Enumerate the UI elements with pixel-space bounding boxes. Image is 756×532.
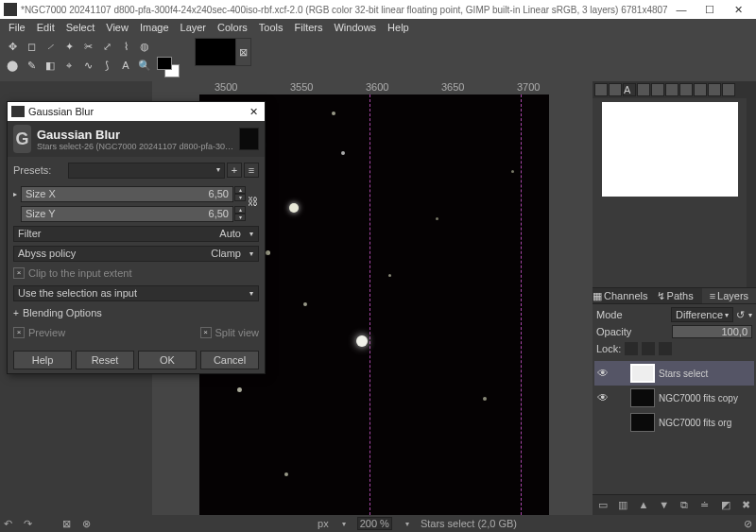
nav-thumbnail[interactable] bbox=[602, 102, 738, 197]
pattern-icon[interactable] bbox=[665, 83, 679, 96]
bucket-tool-icon[interactable]: ◍ bbox=[136, 38, 153, 55]
layer-row[interactable]: 👁 NGC7000 fits copy bbox=[594, 386, 754, 410]
lower-layer-icon[interactable]: ▼ bbox=[658, 499, 671, 512]
clone-tool-icon[interactable]: ⌖ bbox=[60, 57, 77, 74]
free-select-tool-icon[interactable]: ⟋ bbox=[42, 38, 59, 55]
menu-tools[interactable]: Tools bbox=[254, 21, 288, 34]
menu-help[interactable]: Help bbox=[383, 21, 414, 34]
status-undo-icon[interactable]: ↶ bbox=[4, 518, 12, 530]
abyss-select[interactable]: Abyss policyClamp▾ bbox=[13, 246, 259, 262]
menu-file[interactable]: File bbox=[4, 21, 30, 34]
status-redo-icon[interactable]: ↷ bbox=[24, 518, 32, 530]
duplicate-layer-icon[interactable]: ⧉ bbox=[678, 499, 691, 512]
sizex-field[interactable]: Size X6,50 bbox=[21, 186, 233, 202]
layer-name[interactable]: Stars select bbox=[659, 369, 708, 379]
tab-paths[interactable]: ↯Paths bbox=[647, 288, 701, 303]
levels-icon[interactable] bbox=[637, 83, 650, 96]
dialog-titlebar[interactable]: Gaussian Blur ✕ bbox=[8, 102, 265, 121]
pointer-icon[interactable] bbox=[708, 83, 721, 96]
zoom-field[interactable]: 200 % bbox=[357, 517, 392, 530]
mode-select[interactable]: Difference▾ bbox=[671, 307, 733, 322]
reset-button[interactable]: Reset bbox=[76, 351, 134, 369]
cancel-button[interactable]: Cancel bbox=[200, 351, 259, 369]
preview-checkbox[interactable]: × bbox=[13, 327, 25, 338]
brush-tool-icon[interactable]: ✎ bbox=[23, 57, 40, 74]
menu-colors[interactable]: Colors bbox=[213, 21, 252, 34]
mode-switch-icon[interactable]: ↺ bbox=[733, 309, 747, 321]
merge-layer-icon[interactable]: ≐ bbox=[698, 499, 712, 512]
new-group-icon[interactable]: ▥ bbox=[616, 499, 629, 512]
menu-select[interactable]: Select bbox=[61, 21, 100, 34]
menu-layer[interactable]: Layer bbox=[176, 21, 212, 34]
menu-edit[interactable]: Edit bbox=[32, 21, 60, 34]
maximize-button[interactable]: ☐ bbox=[696, 4, 724, 16]
image-tab-close-icon[interactable]: ⊠ bbox=[236, 38, 251, 66]
lock-pixels-icon[interactable] bbox=[625, 342, 638, 355]
new-layer-icon[interactable]: ▭ bbox=[596, 499, 610, 512]
status-delete-icon[interactable]: ⊗ bbox=[82, 518, 91, 530]
vertical-guide[interactable] bbox=[521, 94, 522, 515]
tab-channels[interactable]: ▦Channels bbox=[593, 288, 647, 303]
ruler-horizontal[interactable]: 3500 3550 3600 3650 3700 bbox=[167, 81, 593, 94]
rect-select-tool-icon[interactable]: ◻ bbox=[23, 38, 40, 55]
menu-icon[interactable] bbox=[722, 83, 735, 96]
nav-icon[interactable] bbox=[609, 83, 622, 96]
help-button[interactable]: Help bbox=[13, 351, 72, 369]
brush-icon[interactable] bbox=[694, 83, 707, 96]
smudge-tool-icon[interactable]: ∿ bbox=[79, 57, 96, 74]
color-swatches[interactable] bbox=[157, 57, 183, 81]
sizey-field[interactable]: Size Y6,50 bbox=[21, 206, 233, 222]
unit-select[interactable]: px bbox=[318, 518, 329, 529]
ok-button[interactable]: OK bbox=[138, 351, 197, 369]
filter-select[interactable]: FilterAuto▾ bbox=[13, 226, 259, 242]
crop-tool-icon[interactable]: ✂ bbox=[79, 38, 96, 55]
menu-windows[interactable]: Windows bbox=[329, 21, 381, 34]
opacity-slider[interactable]: 100,0 bbox=[672, 325, 753, 338]
fuzzy-select-tool-icon[interactable]: ✦ bbox=[60, 38, 77, 55]
minimize-button[interactable]: — bbox=[667, 4, 696, 15]
font-icon[interactable]: A bbox=[623, 83, 636, 96]
mask-layer-icon[interactable]: ◩ bbox=[719, 499, 732, 512]
clip-checkbox[interactable]: × bbox=[13, 267, 25, 279]
paint-tool-icon[interactable]: ⬤ bbox=[4, 57, 21, 74]
sizey-spinner[interactable]: ▴▾ bbox=[234, 206, 246, 221]
visibility-toggle-icon[interactable]: 👁 bbox=[596, 391, 610, 404]
status-cancel-icon[interactable]: ⊘ bbox=[744, 518, 752, 530]
layer-name[interactable]: NGC7000 fits copy bbox=[659, 393, 738, 403]
chevron-down-icon[interactable]: ▾ bbox=[748, 311, 752, 319]
grad-icon[interactable] bbox=[651, 83, 664, 96]
splitview-checkbox[interactable]: × bbox=[200, 327, 212, 338]
right-dock-scrollbar[interactable] bbox=[747, 81, 756, 287]
link-icon[interactable]: ⛓ bbox=[246, 196, 259, 207]
tab-layers[interactable]: ≡Layers bbox=[702, 288, 756, 303]
raise-layer-icon[interactable]: ▲ bbox=[637, 499, 650, 512]
chevron-right-icon[interactable]: ▸ bbox=[13, 190, 21, 198]
tool-preset-icon[interactable] bbox=[679, 83, 693, 96]
status-close-icon[interactable]: ⊠ bbox=[62, 518, 71, 530]
expand-icon[interactable]: + bbox=[13, 308, 23, 318]
preset-menu-button[interactable]: ≡ bbox=[244, 163, 259, 178]
sizex-spinner[interactable]: ▴▾ bbox=[234, 186, 246, 201]
layer-name[interactable]: NGC7000 fits org bbox=[659, 418, 731, 428]
warp-tool-icon[interactable]: ⌇ bbox=[117, 38, 134, 55]
delete-layer-icon[interactable]: ✖ bbox=[739, 499, 752, 512]
close-button[interactable]: ✕ bbox=[724, 4, 752, 16]
lock-position-icon[interactable] bbox=[642, 342, 655, 355]
fg-color-swatch[interactable] bbox=[157, 57, 172, 70]
presets-select[interactable]: ▾ bbox=[68, 163, 225, 179]
menu-view[interactable]: View bbox=[101, 21, 133, 34]
add-preset-button[interactable]: + bbox=[227, 163, 242, 178]
layer-row[interactable]: 👁 Stars select bbox=[594, 361, 754, 386]
dialog-close-button[interactable]: ✕ bbox=[246, 106, 261, 118]
text-tool-icon[interactable]: A bbox=[117, 57, 134, 74]
selection-input-select[interactable]: Use the selection as input▾ bbox=[13, 285, 259, 301]
vertical-guide[interactable] bbox=[369, 94, 370, 515]
transform-tool-icon[interactable]: ⤢ bbox=[98, 38, 115, 55]
move-tool-icon[interactable]: ✥ bbox=[4, 38, 21, 55]
eraser-tool-icon[interactable]: ◧ bbox=[42, 57, 59, 74]
lock-alpha-icon[interactable] bbox=[659, 342, 672, 355]
visibility-toggle-icon[interactable]: 👁 bbox=[596, 367, 610, 380]
layer-row[interactable]: NGC7000 fits org bbox=[594, 410, 754, 435]
zoom-tool-icon[interactable]: 🔍 bbox=[136, 57, 153, 74]
image-tab[interactable]: ⊠ bbox=[195, 38, 251, 66]
